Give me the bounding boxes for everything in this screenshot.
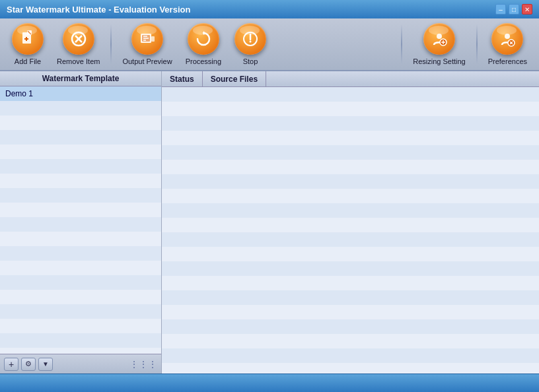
status-bar [0, 374, 539, 392]
list-item[interactable] [0, 145, 161, 159]
content-row [162, 87, 539, 102]
resizing-setting-label: Resizing Setting [413, 57, 466, 65]
toolbar: Add File Remove Item [0, 18, 539, 71]
list-item[interactable] [0, 232, 161, 246]
watermark-template-header: Watermark Template [0, 71, 161, 86]
close-button[interactable]: ✕ [522, 4, 532, 15]
content-row [162, 276, 539, 290]
list-item[interactable] [0, 217, 161, 232]
list-item[interactable] [0, 261, 161, 275]
window-controls: – □ ✕ [495, 4, 532, 15]
content-row [162, 174, 539, 189]
content-row [162, 189, 539, 203]
watermark-template-list: Demo 1 [0, 86, 161, 354]
add-file-label: Add File [15, 57, 41, 65]
content-row [162, 102, 539, 116]
tab-source-files[interactable]: Source Files [203, 71, 266, 86]
list-item[interactable] [0, 188, 161, 203]
output-preview-icon [131, 23, 163, 55]
add-file-icon [12, 23, 44, 55]
processing-label: Processing [186, 57, 221, 65]
svg-rect-1 [27, 30, 32, 35]
list-item[interactable] [0, 174, 161, 188]
content-row [162, 203, 539, 218]
title-bar: Star Watermark Ultimate - Evaluation Ver… [0, 0, 539, 18]
content-row [162, 145, 539, 160]
toolbar-sep-3 [476, 24, 478, 64]
list-item[interactable] [0, 348, 161, 354]
content-area: Watermark Template Demo 1 [0, 71, 539, 374]
preferences-icon [491, 23, 523, 55]
content-row [162, 363, 539, 374]
list-item[interactable] [0, 275, 161, 290]
window-title: Star Watermark Ultimate - Evaluation Ver… [7, 5, 190, 15]
content-row [162, 305, 539, 319]
tab-status[interactable]: Status [162, 71, 203, 86]
remove-item-label: Remove Item [57, 57, 100, 65]
content-row [162, 334, 539, 348]
right-panel-content [162, 87, 539, 374]
content-row [162, 247, 539, 261]
right-panel-header: Status Source Files [162, 71, 539, 87]
content-row [162, 348, 539, 363]
add-template-button[interactable]: + [4, 358, 18, 371]
maximize-button[interactable]: □ [509, 4, 519, 15]
stop-button[interactable]: Stop [228, 20, 273, 68]
list-item[interactable] [0, 246, 161, 261]
list-item[interactable] [0, 101, 161, 115]
list-item[interactable] [0, 203, 161, 217]
resizing-setting-button[interactable]: Resizing Setting [406, 20, 472, 68]
template-settings-button[interactable]: ⚙ [21, 358, 36, 371]
resizing-setting-icon [423, 23, 455, 55]
processing-button[interactable]: Processing [179, 20, 228, 68]
content-row [162, 319, 539, 334]
content-row [162, 218, 539, 232]
minimize-button[interactable]: – [495, 4, 506, 15]
toolbar-sep-1 [110, 24, 112, 64]
svg-point-22 [505, 34, 510, 39]
content-row [162, 160, 539, 174]
preferences-label: Preferences [488, 57, 527, 65]
main-content: Watermark Template Demo 1 [0, 71, 539, 374]
preferences-button[interactable]: Preferences [482, 20, 534, 68]
right-panel: Status Source Files [162, 71, 539, 374]
list-item[interactable] [0, 319, 161, 333]
left-panel-footer: + ⚙ ▼ ⋮⋮⋮ [0, 354, 161, 374]
content-row [162, 261, 539, 276]
remove-item-icon [63, 23, 94, 55]
svg-point-17 [250, 41, 252, 43]
list-item[interactable] [0, 290, 161, 304]
toolbar-group-left: Add File Remove Item [5, 18, 273, 70]
list-item[interactable] [0, 130, 161, 145]
list-item[interactable] [0, 159, 161, 174]
list-item[interactable] [0, 304, 161, 319]
processing-icon [188, 23, 219, 55]
add-file-button[interactable]: Add File [5, 20, 50, 68]
template-dropdown-button[interactable]: ▼ [38, 358, 53, 371]
left-panel: Watermark Template Demo 1 [0, 71, 162, 374]
toolbar-sep-2 [401, 24, 402, 64]
svg-rect-10 [151, 36, 155, 42]
toolbar-group-right: Resizing Setting Preferences [406, 18, 534, 70]
content-row [162, 232, 539, 247]
content-row [162, 290, 539, 305]
list-item[interactable] [0, 115, 161, 130]
output-preview-label: Output Preview [122, 57, 172, 65]
grip-icon: ⋮⋮⋮ [129, 359, 157, 370]
svg-marker-14 [203, 31, 205, 35]
list-item[interactable]: Demo 1 [0, 86, 161, 101]
svg-point-18 [437, 34, 442, 39]
output-preview-button[interactable]: Output Preview [116, 20, 178, 68]
stop-icon [234, 23, 266, 55]
remove-item-button[interactable]: Remove Item [50, 20, 106, 68]
list-item[interactable] [0, 333, 161, 348]
content-row [162, 116, 539, 131]
stop-label: Stop [243, 57, 258, 65]
svg-line-2 [28, 31, 31, 34]
content-row [162, 131, 539, 145]
